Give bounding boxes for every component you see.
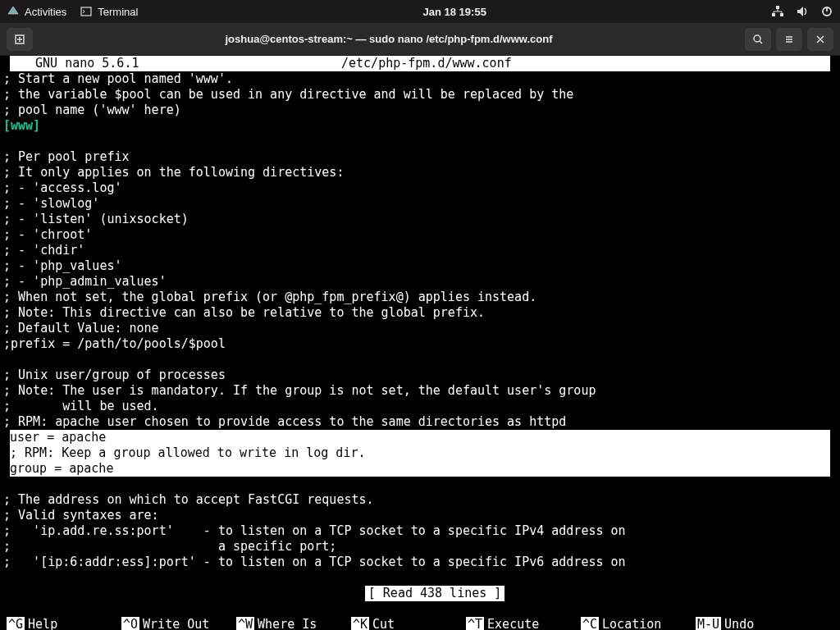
svg-line-12: [760, 41, 762, 43]
editor-line: ; will be used.: [0, 399, 840, 414]
editor-line: ; - 'chroot': [0, 227, 840, 243]
editor-line: ; Unix user/group of processes: [0, 368, 840, 383]
editor-line: ; Valid syntaxes are:: [0, 508, 840, 523]
shortcut-label: Cut: [369, 617, 395, 630]
editor-line: ; pool name ('www' here): [0, 103, 840, 118]
editor-line: ; - 'listen' (unixsocket): [0, 212, 840, 227]
activities-label: Activities: [25, 6, 66, 18]
terminal-app-label: Terminal: [98, 6, 138, 18]
shortcut-item: M-UUndo: [692, 617, 807, 630]
gnome-topbar: Activities Terminal Jan 18 19:55: [0, 0, 840, 23]
editor-line: ; - 'slowlog': [0, 196, 840, 212]
search-button[interactable]: [745, 28, 771, 51]
shortcut-item: ^KCut: [348, 617, 463, 630]
shortcut-label: Undo: [721, 617, 754, 630]
editor-line: ; Note: This directive can also be relat…: [0, 305, 840, 321]
shortcut-item: ^TExecute: [463, 617, 578, 630]
activities-button[interactable]: Activities: [7, 5, 66, 18]
nano-header: GNU nano 5.6.1 /etc/php-fpm.d/www.conf: [10, 56, 830, 71]
nano-status: [ Read 438 lines ]: [0, 570, 840, 617]
editor-line: [0, 477, 840, 492]
shortcut-item: ^WWhere Is: [233, 617, 348, 630]
editor-line: [0, 134, 840, 149]
editor-line: ; a specific port;: [0, 539, 840, 555]
editor-line: ; Default Value: none: [0, 321, 840, 336]
shortcut-key: ^G: [7, 617, 25, 630]
editor-line: ; '[ip:6:addr:ess]:port' - to listen on …: [0, 555, 840, 570]
terminal-icon: [80, 5, 93, 18]
shortcut-label: Where Is: [254, 617, 317, 630]
power-icon[interactable]: [820, 5, 833, 18]
shortcut-key: M-U: [696, 617, 721, 630]
menu-button[interactable]: [776, 28, 802, 51]
shortcut-item: ^CLocation: [578, 617, 692, 630]
highlighted-block: user = apache; RPM: Keep a group allowed…: [10, 430, 830, 477]
editor-line: ; the variable $pool can be used in any …: [0, 87, 840, 103]
shortcut-item: ^GHelp: [3, 617, 118, 630]
svg-rect-1: [81, 7, 91, 16]
activities-icon: [7, 5, 20, 18]
window-titlebar: joshua@centos-stream:~ — sudo nano /etc/…: [0, 23, 840, 56]
editor-line: ;prefix = /path/to/pools/$pool: [0, 336, 840, 352]
network-icon[interactable]: [771, 5, 784, 18]
editor-line: [0, 352, 840, 368]
window-title: joshua@centos-stream:~ — sudo nano /etc/…: [39, 33, 738, 45]
editor-line: ; RPM: Keep a group allowed to write in …: [10, 445, 830, 461]
editor-line: group = apache: [10, 461, 830, 477]
svg-rect-4: [780, 13, 783, 16]
shortcut-key: ^T: [466, 617, 484, 630]
editor-line: user = apache: [10, 430, 830, 445]
editor-line: ; Start a new pool named 'www'.: [0, 71, 840, 87]
shortcut-key: ^W: [236, 617, 254, 630]
terminal-app-menu[interactable]: Terminal: [80, 5, 138, 18]
shortcut-key: ^C: [581, 617, 599, 630]
pool-section: [www]: [0, 118, 840, 134]
svg-rect-3: [772, 13, 775, 16]
new-tab-button[interactable]: [7, 28, 33, 51]
svg-marker-0: [8, 7, 18, 14]
shortcut-label: Location: [599, 617, 661, 630]
shortcut-label: Help: [25, 617, 57, 630]
shortcut-item: ^OWrite Out: [118, 617, 233, 630]
editor-line: ; - 'access.log': [0, 180, 840, 196]
editor-line: ; RPM: apache user chosen to provide acc…: [0, 414, 840, 430]
editor-line: ; - 'php_admin_values': [0, 274, 840, 290]
close-button[interactable]: [807, 28, 833, 51]
editor-line: ; Per pool prefix: [0, 149, 840, 165]
shortcut-key: ^O: [121, 617, 139, 630]
editor-line: ; The address on which to accept FastCGI…: [0, 492, 840, 508]
shortcut-label: Write Out: [139, 617, 209, 630]
svg-rect-2: [776, 6, 779, 9]
volume-icon[interactable]: [796, 5, 809, 18]
editor-line: ; When not set, the global prefix (or @p…: [0, 290, 840, 305]
editor-line: ; It only applies on the following direc…: [0, 165, 840, 180]
editor-line: ; 'ip.add.re.ss:port' - to listen on a T…: [0, 523, 840, 539]
editor-line: ; - 'php_values': [0, 258, 840, 274]
svg-point-11: [754, 35, 760, 42]
nano-app-name: GNU nano 5.6.1: [13, 56, 341, 71]
shortcut-label: Execute: [484, 617, 539, 630]
terminal-output[interactable]: GNU nano 5.6.1 /etc/php-fpm.d/www.conf ;…: [0, 56, 840, 630]
svg-marker-5: [797, 7, 803, 16]
editor-line: ; - 'chdir': [0, 243, 840, 258]
clock[interactable]: Jan 18 19:55: [138, 6, 771, 18]
nano-file-path: /etc/php-fpm.d/www.conf: [341, 56, 827, 71]
shortcut-key: ^K: [351, 617, 369, 630]
editor-line: ; Note: The user is mandatory. If the gr…: [0, 383, 840, 399]
nano-shortcuts: ^GHelp^OWrite Out^WWhere Is^KCut^TExecut…: [0, 617, 840, 630]
